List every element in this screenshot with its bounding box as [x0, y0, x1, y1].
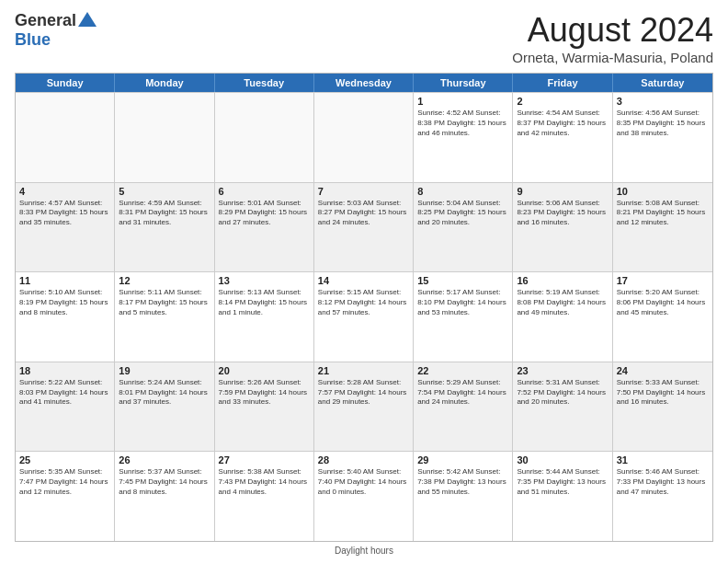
- calendar-cell: 27Sunrise: 5:38 AM Sunset: 7:43 PM Dayli…: [215, 452, 314, 541]
- day-info: Sunrise: 4:57 AM Sunset: 8:33 PM Dayligh…: [19, 199, 110, 228]
- calendar-cell: 18Sunrise: 5:22 AM Sunset: 8:03 PM Dayli…: [16, 362, 115, 452]
- day-number: 9: [517, 186, 608, 197]
- calendar-body: 1Sunrise: 4:52 AM Sunset: 8:38 PM Daylig…: [16, 92, 712, 541]
- calendar-cell: 19Sunrise: 5:24 AM Sunset: 8:01 PM Dayli…: [115, 362, 214, 452]
- day-number: 24: [617, 365, 709, 376]
- day-info: Sunrise: 5:19 AM Sunset: 8:08 PM Dayligh…: [517, 288, 608, 317]
- day-info: Sunrise: 5:29 AM Sunset: 7:54 PM Dayligh…: [417, 378, 508, 408]
- calendar-cell: 25Sunrise: 5:35 AM Sunset: 7:47 PM Dayli…: [16, 452, 115, 541]
- calendar-cell: 9Sunrise: 5:06 AM Sunset: 8:23 PM Daylig…: [513, 183, 612, 272]
- page: General Blue August 2024 Orneta, Warmia-…: [0, 0, 728, 563]
- day-info: Sunrise: 5:37 AM Sunset: 7:45 PM Dayligh…: [119, 467, 210, 497]
- day-number: 28: [318, 454, 409, 465]
- day-info: Sunrise: 5:46 AM Sunset: 7:33 PM Dayligh…: [617, 467, 709, 497]
- day-number: 27: [219, 454, 310, 465]
- day-number: 14: [318, 275, 409, 286]
- day-info: Sunrise: 4:54 AM Sunset: 8:37 PM Dayligh…: [517, 109, 608, 138]
- day-number: 17: [617, 275, 709, 286]
- calendar-cell: 20Sunrise: 5:26 AM Sunset: 7:59 PM Dayli…: [215, 362, 314, 452]
- footer: Daylight hours: [15, 542, 713, 556]
- day-info: Sunrise: 5:08 AM Sunset: 8:21 PM Dayligh…: [617, 199, 709, 228]
- calendar-cell: 30Sunrise: 5:44 AM Sunset: 7:35 PM Dayli…: [513, 452, 612, 541]
- day-info: Sunrise: 5:38 AM Sunset: 7:43 PM Dayligh…: [219, 467, 310, 497]
- day-info: Sunrise: 4:56 AM Sunset: 8:35 PM Dayligh…: [617, 109, 709, 138]
- calendar-cell: 14Sunrise: 5:15 AM Sunset: 8:12 PM Dayli…: [314, 272, 414, 362]
- day-number: 21: [318, 365, 409, 376]
- day-info: Sunrise: 5:40 AM Sunset: 7:40 PM Dayligh…: [318, 467, 409, 497]
- calendar-header-cell: Saturday: [613, 74, 712, 92]
- calendar-cell: 16Sunrise: 5:19 AM Sunset: 8:08 PM Dayli…: [513, 272, 612, 362]
- day-number: 13: [219, 275, 310, 286]
- calendar-cell: 11Sunrise: 5:10 AM Sunset: 8:19 PM Dayli…: [16, 272, 115, 362]
- logo-blue-text: Blue: [15, 30, 51, 50]
- calendar-cell: 2Sunrise: 4:54 AM Sunset: 8:37 PM Daylig…: [513, 93, 612, 182]
- calendar-cell: 23Sunrise: 5:31 AM Sunset: 7:52 PM Dayli…: [513, 362, 612, 452]
- calendar-cell: 13Sunrise: 5:13 AM Sunset: 8:14 PM Dayli…: [215, 272, 314, 362]
- logo: General Blue: [15, 11, 97, 50]
- day-number: 19: [119, 365, 210, 376]
- day-info: Sunrise: 5:13 AM Sunset: 8:14 PM Dayligh…: [219, 288, 310, 317]
- day-info: Sunrise: 5:06 AM Sunset: 8:23 PM Dayligh…: [517, 199, 608, 228]
- calendar-header: SundayMondayTuesdayWednesdayThursdayFrid…: [16, 74, 712, 92]
- day-info: Sunrise: 5:15 AM Sunset: 8:12 PM Dayligh…: [318, 288, 409, 317]
- header: General Blue August 2024 Orneta, Warmia-…: [15, 11, 713, 65]
- day-number: 7: [318, 186, 409, 197]
- day-number: 15: [417, 275, 508, 286]
- day-number: 11: [19, 275, 110, 286]
- day-number: 23: [517, 365, 608, 376]
- calendar-cell: 17Sunrise: 5:20 AM Sunset: 8:06 PM Dayli…: [613, 272, 712, 362]
- calendar-cell: 31Sunrise: 5:46 AM Sunset: 7:33 PM Dayli…: [613, 452, 712, 541]
- subtitle: Orneta, Warmia-Masuria, Poland: [512, 50, 713, 65]
- calendar-cell: [115, 93, 214, 182]
- calendar-cell: 1Sunrise: 4:52 AM Sunset: 8:38 PM Daylig…: [414, 93, 513, 182]
- day-info: Sunrise: 5:26 AM Sunset: 7:59 PM Dayligh…: [219, 378, 310, 408]
- calendar-cell: 6Sunrise: 5:01 AM Sunset: 8:29 PM Daylig…: [215, 183, 314, 272]
- day-info: Sunrise: 5:17 AM Sunset: 8:10 PM Dayligh…: [417, 288, 508, 317]
- day-number: 6: [219, 186, 310, 197]
- calendar-cell: 21Sunrise: 5:28 AM Sunset: 7:57 PM Dayli…: [314, 362, 414, 452]
- day-info: Sunrise: 5:04 AM Sunset: 8:25 PM Dayligh…: [417, 199, 508, 228]
- calendar-cell: [314, 93, 414, 182]
- calendar-header-cell: Wednesday: [314, 74, 414, 92]
- day-number: 4: [19, 186, 110, 197]
- day-info: Sunrise: 5:44 AM Sunset: 7:35 PM Dayligh…: [517, 467, 608, 497]
- title-section: August 2024 Orneta, Warmia-Masuria, Pola…: [512, 11, 713, 65]
- day-info: Sunrise: 5:28 AM Sunset: 7:57 PM Dayligh…: [318, 378, 409, 408]
- day-number: 12: [119, 275, 210, 286]
- calendar-header-cell: Monday: [115, 74, 214, 92]
- day-info: Sunrise: 5:10 AM Sunset: 8:19 PM Dayligh…: [19, 288, 110, 317]
- calendar-cell: 12Sunrise: 5:11 AM Sunset: 8:17 PM Dayli…: [115, 272, 214, 362]
- calendar-cell: 4Sunrise: 4:57 AM Sunset: 8:33 PM Daylig…: [16, 183, 115, 272]
- calendar-cell: 5Sunrise: 4:59 AM Sunset: 8:31 PM Daylig…: [115, 183, 214, 272]
- calendar-header-cell: Tuesday: [215, 74, 314, 92]
- calendar-cell: 7Sunrise: 5:03 AM Sunset: 8:27 PM Daylig…: [314, 183, 414, 272]
- calendar-header-cell: Friday: [513, 74, 612, 92]
- calendar-cell: 10Sunrise: 5:08 AM Sunset: 8:21 PM Dayli…: [613, 183, 712, 272]
- day-info: Sunrise: 5:31 AM Sunset: 7:52 PM Dayligh…: [517, 378, 608, 408]
- calendar-row: 25Sunrise: 5:35 AM Sunset: 7:47 PM Dayli…: [16, 451, 712, 541]
- calendar-cell: 3Sunrise: 4:56 AM Sunset: 8:35 PM Daylig…: [613, 93, 712, 182]
- calendar: SundayMondayTuesdayWednesdayThursdayFrid…: [15, 73, 713, 542]
- logo-general-text: General: [15, 11, 76, 30]
- day-number: 10: [617, 186, 709, 197]
- day-info: Sunrise: 4:52 AM Sunset: 8:38 PM Dayligh…: [417, 109, 508, 138]
- calendar-row: 4Sunrise: 4:57 AM Sunset: 8:33 PM Daylig…: [16, 182, 712, 272]
- calendar-cell: 15Sunrise: 5:17 AM Sunset: 8:10 PM Dayli…: [414, 272, 513, 362]
- calendar-cell: 24Sunrise: 5:33 AM Sunset: 7:50 PM Dayli…: [613, 362, 712, 452]
- calendar-cell: [16, 93, 115, 182]
- calendar-cell: 26Sunrise: 5:37 AM Sunset: 7:45 PM Dayli…: [115, 452, 214, 541]
- calendar-cell: 22Sunrise: 5:29 AM Sunset: 7:54 PM Dayli…: [414, 362, 513, 452]
- day-info: Sunrise: 5:22 AM Sunset: 8:03 PM Dayligh…: [19, 378, 110, 408]
- day-number: 18: [19, 365, 110, 376]
- day-info: Sunrise: 5:33 AM Sunset: 7:50 PM Dayligh…: [617, 378, 709, 408]
- day-number: 26: [119, 454, 210, 465]
- day-number: 31: [617, 454, 709, 465]
- day-number: 3: [617, 96, 709, 107]
- logo-triangle-icon: [78, 12, 97, 27]
- day-info: Sunrise: 5:03 AM Sunset: 8:27 PM Dayligh…: [318, 199, 409, 228]
- daylight-label: Daylight hours: [335, 546, 393, 556]
- day-info: Sunrise: 5:11 AM Sunset: 8:17 PM Dayligh…: [119, 288, 210, 317]
- day-info: Sunrise: 5:20 AM Sunset: 8:06 PM Dayligh…: [617, 288, 709, 317]
- day-info: Sunrise: 4:59 AM Sunset: 8:31 PM Dayligh…: [119, 199, 210, 228]
- day-number: 22: [417, 365, 508, 376]
